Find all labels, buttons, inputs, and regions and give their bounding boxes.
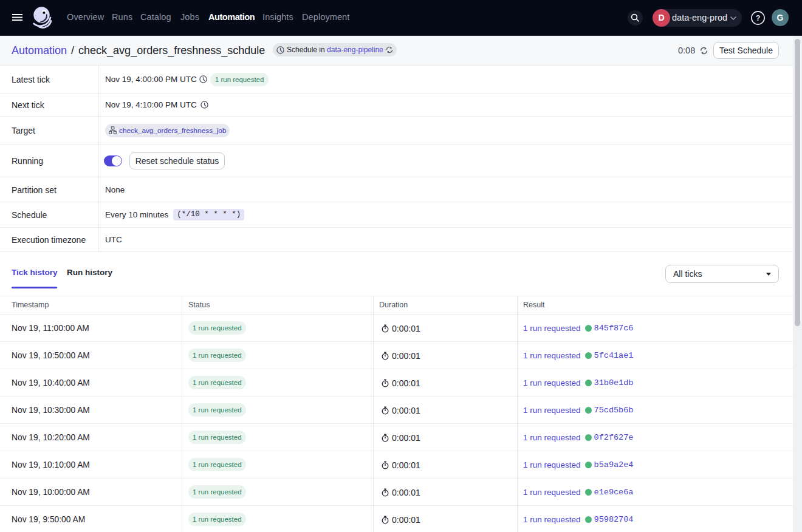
svg-text:?: ? (756, 14, 761, 22)
